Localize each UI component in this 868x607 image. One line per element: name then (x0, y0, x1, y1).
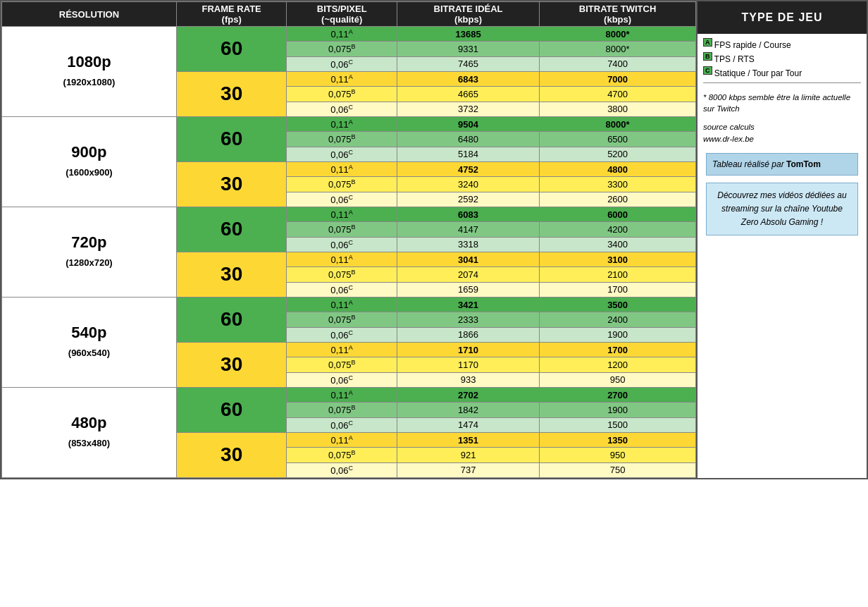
game-type-item: B TPS / RTS (703, 52, 861, 64)
bpp-cell: 0,06C (287, 282, 397, 297)
ideal-bitrate-cell: 1351 (397, 432, 539, 447)
twitch-limit-note: * 8000 kbps semble être la limite actuel… (703, 92, 861, 114)
ideal-bitrate-cell: 921 (397, 448, 539, 462)
twitch-bitrate-cell: 2400 (540, 312, 696, 327)
author-prefix: Tableau réalisé par (712, 159, 786, 169)
twitch-bitrate-cell: 950 (540, 448, 696, 462)
source-text: source calculs www.dr-lex.be (703, 121, 861, 146)
ideal-bitrate-cell: 6480 (397, 132, 539, 147)
table-row: 540p(960x540)600,11A34213500 (2, 297, 696, 312)
ideal-bitrate-cell: 2074 (397, 267, 539, 282)
bpp-cell: 0,075B (287, 132, 397, 147)
twitch-bitrate-cell: 4700 (540, 87, 696, 102)
bpp-cell: 0,06C (287, 102, 397, 116)
game-type-badge: C (703, 66, 712, 75)
ideal-bitrate-cell: 3041 (397, 252, 539, 266)
bpp-cell: 0,06C (287, 192, 397, 207)
bpp-cell: 0,075B (287, 312, 397, 327)
twitch-bitrate-cell: 5200 (540, 147, 696, 161)
source-url: www.dr-lex.be (703, 135, 754, 143)
bpp-cell: 0,11A (287, 116, 397, 131)
ideal-bitrate-cell: 3421 (397, 297, 539, 312)
fps-cell: 60 (176, 297, 287, 342)
bpp-cell: 0,06C (287, 237, 397, 252)
source-label: source calculs (703, 123, 755, 131)
ideal-bitrate-cell: 5184 (397, 147, 539, 161)
author-box: Tableau réalisé par TomTom (706, 153, 858, 176)
ideal-bitrate-cell: 6083 (397, 207, 539, 221)
twitch-bitrate-cell: 7000 (540, 71, 696, 86)
bpp-cell: 0,075B (287, 448, 397, 462)
twitch-bitrate-cell: 2100 (540, 267, 696, 282)
bpp-cell: 0,06C (287, 462, 397, 477)
twitch-bitrate-cell: 1500 (540, 417, 696, 432)
ideal-bitrate-cell: 3318 (397, 237, 539, 252)
fps-cell: 60 (176, 387, 287, 432)
twitch-bitrate-cell: 8000* (540, 27, 696, 42)
game-types-list: A FPS rapide / CourseB TPS / RTSC Statiq… (703, 38, 861, 78)
ideal-bitrate-cell: 933 (397, 372, 539, 387)
twitch-bitrate-cell: 2700 (540, 387, 696, 402)
bpp-cell: 0,075B (287, 403, 397, 417)
game-type-item: C Statique / Tour par Tour (703, 66, 861, 78)
col-header-ideal: BITRATE IDÉAL(kbps) (397, 2, 539, 27)
ideal-bitrate-cell: 3732 (397, 102, 539, 116)
twitch-bitrate-cell: 1700 (540, 342, 696, 357)
ideal-bitrate-cell: 4665 (397, 87, 539, 102)
col-header-resolution: RÉSOLUTION (2, 2, 177, 27)
ideal-bitrate-cell: 4147 (397, 222, 539, 237)
col-header-bpp: BITS/PIXEL(~qualité) (287, 2, 397, 27)
table-row: 480p(853x480)600,11A27022700 (2, 387, 696, 402)
bpp-cell: 0,075B (287, 87, 397, 102)
ideal-bitrate-cell: 1842 (397, 403, 539, 417)
fps-cell: 60 (176, 207, 287, 252)
twitch-bitrate-cell: 3300 (540, 177, 696, 192)
resolution-cell: 480p(853x480) (2, 387, 177, 477)
twitch-bitrate-cell: 3400 (540, 237, 696, 252)
bpp-cell: 0,11A (287, 71, 397, 86)
bpp-cell: 0,11A (287, 27, 397, 42)
fps-cell: 30 (176, 432, 287, 477)
ideal-bitrate-cell: 1710 (397, 342, 539, 357)
resolution-cell: 900p(1600x900) (2, 116, 177, 207)
bpp-cell: 0,06C (287, 417, 397, 432)
bitrate-table: RÉSOLUTION FRAME RATE(fps) BITS/PIXEL(~q… (1, 1, 696, 478)
col-header-framerate: FRAME RATE(fps) (176, 2, 287, 27)
twitch-bitrate-cell: 1200 (540, 357, 696, 372)
bpp-cell: 0,075B (287, 177, 397, 192)
table-row: 720p(1280x720)600,11A60836000 (2, 207, 696, 221)
resolution-cell: 540p(960x540) (2, 297, 177, 387)
ideal-bitrate-cell: 9331 (397, 42, 539, 56)
twitch-bitrate-cell: 2600 (540, 192, 696, 207)
twitch-bitrate-cell: 750 (540, 462, 696, 477)
twitch-bitrate-cell: 6500 (540, 132, 696, 147)
bpp-cell: 0,11A (287, 342, 397, 357)
ideal-bitrate-cell: 7465 (397, 56, 539, 71)
ideal-bitrate-cell: 9504 (397, 116, 539, 131)
game-type-badge: B (703, 52, 712, 61)
ideal-bitrate-cell: 2333 (397, 312, 539, 327)
bpp-cell: 0,11A (287, 161, 397, 176)
bpp-cell: 0,06C (287, 147, 397, 161)
fps-cell: 30 (176, 71, 287, 116)
resolution-cell: 720p(1280x720) (2, 207, 177, 297)
fps-cell: 60 (176, 27, 287, 72)
ideal-bitrate-cell: 2702 (397, 387, 539, 402)
twitch-bitrate-cell: 3800 (540, 102, 696, 116)
side-panel-content: A FPS rapide / CourseB TPS / RTSC Statiq… (698, 34, 867, 478)
twitch-bitrate-cell: 1900 (540, 327, 696, 342)
bpp-cell: 0,11A (287, 252, 397, 266)
ideal-bitrate-cell: 1170 (397, 357, 539, 372)
bpp-cell: 0,11A (287, 207, 397, 221)
ideal-bitrate-cell: 13685 (397, 27, 539, 42)
twitch-bitrate-cell: 8000* (540, 116, 696, 131)
fps-cell: 30 (176, 252, 287, 297)
bpp-cell: 0,11A (287, 387, 397, 402)
twitch-bitrate-cell: 3100 (540, 252, 696, 266)
bpp-cell: 0,06C (287, 56, 397, 71)
bpp-cell: 0,06C (287, 372, 397, 387)
twitch-bitrate-cell: 1700 (540, 282, 696, 297)
side-panel-title: TYPE DE JEU (698, 1, 867, 34)
twitch-bitrate-cell: 950 (540, 372, 696, 387)
twitch-bitrate-cell: 1900 (540, 403, 696, 417)
